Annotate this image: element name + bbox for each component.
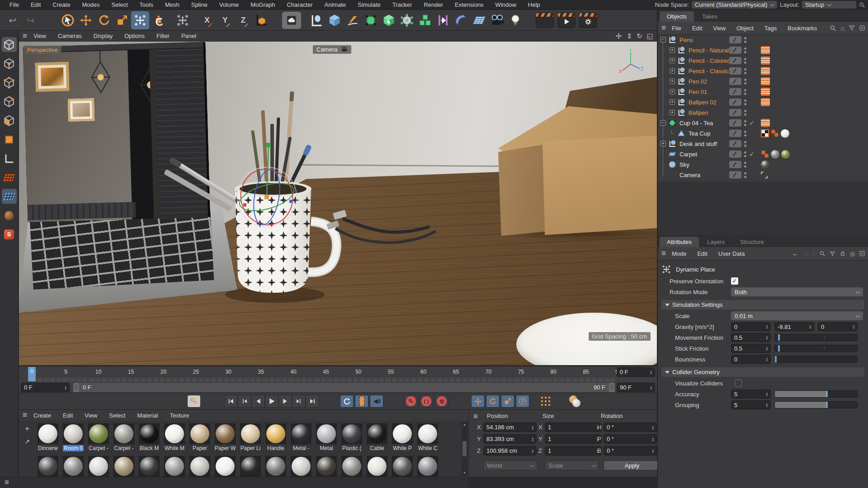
key-scale-toggle[interactable] — [501, 395, 514, 408]
hamburger-icon[interactable]: ≡ — [661, 23, 666, 33]
sculpt-button[interactable] — [2, 208, 17, 223]
visibility-toggle[interactable] — [729, 140, 741, 147]
generator-button[interactable] — [380, 11, 398, 29]
om-menu-file[interactable]: File — [667, 24, 686, 33]
play-button[interactable] — [265, 395, 278, 408]
array-button[interactable] — [416, 11, 434, 29]
collider-geometry-section[interactable]: Collider Geometry — [661, 367, 864, 377]
material-thumbnail[interactable] — [139, 423, 160, 444]
menu-simulate[interactable]: Simulate — [353, 0, 386, 9]
menu-character[interactable]: Character — [282, 0, 317, 9]
menu-animate[interactable]: Animate — [320, 0, 351, 9]
visibility-dots[interactable] — [744, 79, 746, 84]
object-row-desk-and-stuff[interactable]: +Desk and stuff — [658, 139, 868, 149]
material-item[interactable] — [289, 456, 313, 477]
om-menu-edit[interactable]: Edit — [687, 24, 707, 33]
visibility-dots[interactable] — [744, 131, 746, 136]
material-item[interactable] — [36, 456, 60, 477]
menu-help[interactable]: Help — [523, 0, 545, 9]
material-tag-icon[interactable] — [771, 150, 779, 159]
add-icon[interactable] — [859, 250, 865, 257]
expand-icon[interactable]: + — [670, 58, 675, 63]
visibility-dots[interactable] — [744, 99, 746, 105]
hamburger-icon[interactable]: ≡ — [5, 478, 9, 487]
visualize-colliders-checkbox[interactable] — [735, 380, 742, 387]
viewport-menu-view[interactable]: View — [28, 32, 52, 40]
material-name[interactable]: Paper W — [214, 445, 237, 451]
material-name[interactable]: Black M — [139, 445, 160, 451]
add-material-button[interactable]: + — [25, 424, 29, 433]
material-name[interactable]: White P — [392, 445, 413, 451]
preview-range-bar[interactable]: ∥ 0 F 90 F ∥ — [73, 383, 615, 392]
material-name[interactable]: White M — [164, 445, 185, 451]
material-name[interactable]: Paper — [192, 445, 208, 451]
model-mode-button[interactable] — [2, 37, 17, 52]
material-name[interactable]: Plastic ( — [341, 445, 363, 451]
rotation-mode-dropdown[interactable]: Both — [731, 287, 863, 296]
edge-mode-button[interactable] — [2, 94, 17, 109]
tab-layers[interactable]: Layers — [700, 237, 732, 247]
grouping-slider[interactable] — [774, 401, 858, 408]
menu-spline[interactable]: Spline — [186, 0, 212, 9]
object-row-pencil-natural[interactable]: +Pencil - Natural — [658, 45, 868, 56]
hamburger-icon[interactable]: ≡ — [23, 32, 27, 41]
goto-end-button[interactable] — [306, 395, 319, 408]
visibility-dots[interactable] — [744, 37, 746, 43]
material-item[interactable]: Paper W — [213, 423, 237, 451]
scrollbar-thumb[interactable] — [462, 441, 467, 456]
scroll-down-icon[interactable]: ▼ — [463, 471, 467, 475]
bounciness-field[interactable]: 0▴▾ — [731, 355, 771, 364]
menu-file[interactable]: File — [5, 0, 24, 9]
dolly-view-icon[interactable]: ⇕ — [627, 32, 632, 40]
attr-menu-user-data[interactable]: User Data — [713, 249, 750, 258]
perspective-label[interactable]: Perspective — [24, 46, 61, 54]
visibility-dots[interactable] — [744, 151, 746, 157]
expand-icon[interactable]: + — [670, 110, 675, 115]
material-item[interactable]: White M — [163, 423, 186, 451]
material-item[interactable]: Plastic ( — [340, 423, 363, 451]
range-end-field[interactable]: 90 F▴▾ — [617, 383, 655, 392]
place-tool[interactable] — [131, 11, 149, 29]
material-item[interactable] — [365, 456, 389, 477]
material-thumbnail[interactable] — [38, 423, 58, 444]
rotation-p-field[interactable]: 0 °▴▾ — [604, 434, 657, 444]
object-row-tea-cup[interactable]: └Tea Cup — [658, 128, 868, 139]
visibility-toggle[interactable] — [729, 99, 741, 106]
om-menu-bookmarks[interactable]: Bookmarks — [783, 24, 822, 33]
material-name[interactable]: Cable — [369, 445, 385, 451]
gravity-y-field[interactable]: -9.81▴▾ — [774, 322, 814, 331]
material-name[interactable]: Paper Li — [240, 445, 262, 451]
material-item[interactable]: Metal - — [289, 423, 313, 451]
stick-friction-field[interactable]: 0.5▴▾ — [731, 344, 771, 353]
menu-volume[interactable]: Volume — [214, 0, 244, 9]
size-x-field[interactable]: 1▴▾ — [545, 422, 602, 432]
visibility-toggle[interactable] — [729, 78, 741, 85]
sound-toggle-button[interactable] — [370, 395, 383, 408]
viewport-3d[interactable]: Perspective Camera Grid Spacing : 50 cm … — [19, 42, 657, 365]
range-start-handle[interactable]: ∥ — [73, 383, 79, 392]
visibility-toggle[interactable] — [729, 171, 741, 178]
visibility-toggle[interactable] — [729, 57, 741, 64]
tab-attributes[interactable]: Attributes — [660, 237, 699, 247]
camera-focus-icon[interactable] — [761, 172, 768, 178]
grouping-field[interactable]: 5▴▾ — [731, 400, 771, 409]
menu-tools[interactable]: Tools — [135, 0, 158, 9]
record-objects-button[interactable] — [404, 395, 418, 408]
material-item[interactable] — [340, 456, 363, 477]
coordinate-system-button[interactable] — [252, 11, 270, 29]
bounciness-slider[interactable] — [774, 356, 858, 363]
object-row-pens[interactable]: −Pens — [658, 35, 868, 45]
tab-takes[interactable]: Takes — [695, 11, 725, 22]
material-item[interactable]: Room 0 — [61, 423, 85, 451]
goto-previous-key-button[interactable] — [238, 395, 251, 408]
rotate-view-icon[interactable]: ↻ — [637, 32, 642, 40]
previous-frame-button[interactable] — [251, 395, 265, 408]
material-name[interactable]: Metal — [319, 445, 334, 451]
play-every-frame-button[interactable] — [355, 395, 368, 408]
render-settings-button[interactable] — [579, 13, 597, 28]
visibility-toggle[interactable] — [729, 119, 741, 127]
position-z-field[interactable]: 100.958 cm▴▾ — [483, 446, 537, 455]
movement-friction-slider[interactable] — [774, 334, 858, 341]
object-row-camera[interactable]: Camera — [658, 170, 868, 180]
material-menu-select[interactable]: Select — [104, 411, 131, 420]
